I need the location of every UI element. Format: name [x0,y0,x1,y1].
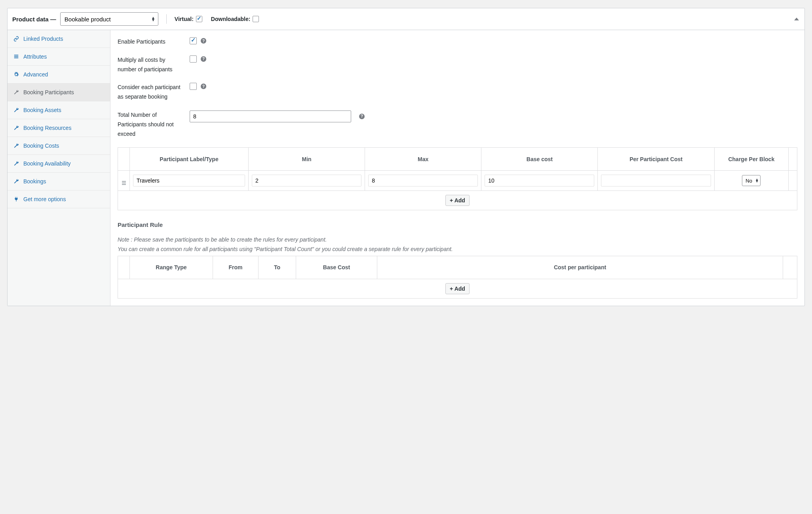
rules-col-header: Range Type [130,256,213,279]
rules-col-header: To [259,256,296,279]
sidebar-tab-label: Booking Availability [23,160,71,167]
sidebar-tab-label: Linked Products [23,36,63,42]
virtual-label: Virtual: [175,16,194,22]
rules-col-header: From [213,256,259,279]
separate-booking-label: Consider each participant as separate bo… [118,83,184,102]
separate-booking-checkbox[interactable] [190,83,197,90]
participant-actions-cell [789,171,797,191]
divider [166,14,167,24]
multiply-costs-row: Multiply all costs by number of particip… [118,55,797,74]
sidebar-tab-booking-costs[interactable]: Booking Costs [8,137,110,155]
rules-col-header [783,256,797,279]
sidebar-tab-booking-assets[interactable]: Booking Assets [8,101,110,119]
sidebar-tab-label: Attributes [23,53,47,60]
participant-row: No▲▼ [118,171,797,191]
product-data-panel: Product data — Bookable product ▲▼ Virtu… [7,8,805,306]
participant-max-input[interactable] [368,175,478,187]
sidebar-tab-booking-resources[interactable]: Booking Resources [8,119,110,137]
wrench-icon [13,125,19,131]
list-icon [13,53,19,60]
drag-handle-icon[interactable] [118,171,130,191]
sidebar-tab-booking-availability[interactable]: Booking Availability [8,155,110,173]
sidebar-tab-advanced[interactable]: Advanced [8,66,110,84]
participant-rule-heading: Participant Rule [118,221,797,228]
sidebar-tab-label: Get more options [23,196,66,202]
help-icon[interactable]: ? [201,56,206,62]
wrench-icon [13,178,19,185]
help-icon[interactable]: ? [201,84,206,89]
header-checks: Virtual: Downloadable: [175,16,259,22]
sidebar-tab-label: Booking Assets [23,107,61,113]
gear-icon [13,71,19,78]
participants-col-header: Base cost [481,148,598,171]
participants-table: Participant Label/TypeMinMaxBase costPer… [118,147,797,210]
sidebar-tab-label: Bookings [23,178,46,185]
sidebar-tab-label: Advanced [23,71,48,78]
sidebar-tab-linked-products[interactable]: Linked Products [8,30,110,48]
panel-body: Linked ProductsAttributesAdvancedBooking… [8,30,804,306]
participants-col-header: Min [249,148,365,171]
wrench-icon [13,107,19,113]
collapse-toggle-icon[interactable] [794,18,799,21]
participant-rule-note: Note : Please save the participants to b… [118,235,797,254]
participants-col-header: Charge Per Block [714,148,788,171]
downloadable-checkbox[interactable] [253,16,259,22]
participant-rules-table: Range TypeFromToBase CostCost per partic… [118,256,797,299]
enable-participants-checkbox[interactable] [190,37,197,44]
add-participant-button[interactable]: + Add [445,195,470,206]
participant-label-input[interactable] [133,175,245,187]
multiply-costs-label: Multiply all costs by number of particip… [118,55,184,74]
product-type-select[interactable]: Bookable product [60,12,158,26]
virtual-checkbox[interactable] [196,16,202,22]
wrench-icon [13,160,19,167]
participant-per-cost-input[interactable] [601,175,711,187]
participants-col-header: Participant Label/Type [130,148,249,171]
enable-participants-row: Enable Participants ? [118,37,797,47]
link-icon [13,36,19,42]
help-icon[interactable]: ? [359,114,365,119]
panel-header: Product data — Bookable product ▲▼ Virtu… [8,8,804,30]
panel-title: Product data — [12,16,56,23]
svg-rect-2 [14,57,19,58]
sidebar-tab-bookings[interactable]: Bookings [8,173,110,190]
separate-booking-row: Consider each participant as separate bo… [118,83,797,102]
sidebar-tab-label: Booking Costs [23,143,59,149]
sidebar-tab-label: Booking Resources [23,125,71,131]
wrench-icon [13,89,19,95]
enable-participants-label: Enable Participants [118,37,184,47]
help-icon[interactable]: ? [201,38,206,44]
sidebar-tab-get-more-options[interactable]: Get more options [8,190,110,208]
max-participants-row: Total Number of Participants should not … [118,110,797,139]
participants-col-header [118,148,130,171]
participants-col-header: Max [365,148,481,171]
rules-col-header: Cost per participant [377,256,783,279]
svg-rect-1 [14,56,19,57]
participants-col-header: Per Participant Cost [598,148,714,171]
participant-min-input[interactable] [252,175,361,187]
tab-content: Enable Participants ? Multiply all costs… [110,30,804,306]
sidebar-tab-label: Booking Participants [23,89,74,95]
participant-base-cost-input[interactable] [485,175,594,187]
wrench-icon [13,143,19,149]
sidebar-tab-booking-participants[interactable]: Booking Participants [8,84,110,101]
virtual-field[interactable]: Virtual: [175,16,202,22]
charge-per-block-select[interactable]: No [742,175,761,186]
svg-rect-0 [14,55,19,55]
plug-icon [13,196,19,202]
rules-col-header: Base Cost [296,256,377,279]
add-rule-button[interactable]: + Add [445,283,470,294]
product-type-select-wrap: Bookable product ▲▼ [60,12,158,26]
downloadable-label: Downloadable: [211,16,251,22]
max-participants-input[interactable] [190,110,351,122]
sidebar-tab-attributes[interactable]: Attributes [8,48,110,66]
participants-col-header [789,148,797,171]
settings-tabs-sidebar: Linked ProductsAttributesAdvancedBooking… [8,30,110,306]
max-participants-label: Total Number of Participants should not … [118,110,184,139]
rules-col-header [118,256,130,279]
multiply-costs-checkbox[interactable] [190,55,197,63]
downloadable-field[interactable]: Downloadable: [211,16,259,22]
